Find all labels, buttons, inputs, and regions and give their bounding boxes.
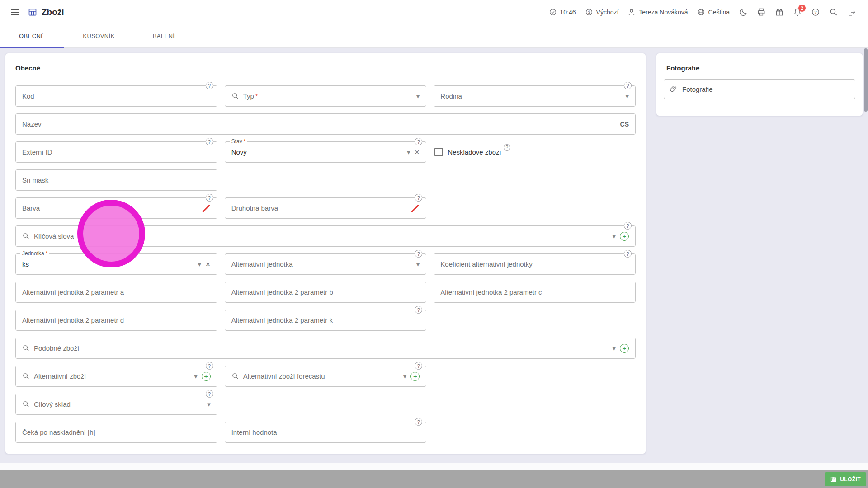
kod-field[interactable]: Kód bbox=[15, 85, 217, 107]
field-label: Alternativní jednotka 2 parametr c bbox=[440, 288, 542, 296]
alt-zbozi-select[interactable]: Alternativní zboží bbox=[15, 366, 217, 387]
field-label: Barva bbox=[22, 204, 40, 212]
search-button[interactable] bbox=[829, 8, 838, 17]
tab-baleni[interactable]: BALENÍ bbox=[134, 24, 194, 47]
search-icon bbox=[829, 8, 838, 17]
chevron-down-icon[interactable] bbox=[407, 148, 410, 156]
alt2a-field[interactable]: Alternativní jednotka 2 parametr a bbox=[15, 282, 217, 303]
field-value: Nový bbox=[231, 148, 247, 156]
neskladove-checkbox[interactable] bbox=[434, 148, 443, 156]
alt-zbozi-forecastu-select[interactable]: Alternativní zboží forecastu bbox=[225, 366, 427, 387]
vertical-scrollbar[interactable] bbox=[864, 48, 868, 112]
logout-button[interactable] bbox=[847, 8, 856, 17]
page-title-text: Zboží bbox=[42, 7, 64, 17]
chevron-down-icon[interactable] bbox=[207, 400, 211, 408]
notifications-button[interactable]: 2 bbox=[793, 8, 802, 17]
externi-id-field[interactable]: Externí ID bbox=[15, 141, 217, 163]
logout-icon bbox=[847, 8, 856, 17]
photo-upload-field[interactable]: Fotografie bbox=[664, 79, 855, 99]
help-icon[interactable] bbox=[415, 138, 422, 145]
chevron-down-icon[interactable] bbox=[198, 260, 201, 268]
alt2k-field[interactable]: Alternativní jednotka 2 parametr k bbox=[225, 310, 427, 331]
cilovy-sklad-select[interactable]: Cílový sklad bbox=[15, 394, 217, 415]
ceka-po-naskladneni-field[interactable]: Čeká po naskladnění [h] bbox=[15, 422, 217, 443]
sn-mask-field[interactable]: Sn mask bbox=[15, 169, 217, 191]
help-icon[interactable] bbox=[504, 144, 510, 151]
currency-icon: $ bbox=[585, 8, 593, 16]
field-label: Cílový sklad bbox=[34, 400, 71, 408]
svg-text:$: $ bbox=[588, 10, 590, 14]
table-icon bbox=[28, 8, 37, 17]
add-icon[interactable] bbox=[202, 372, 211, 381]
field-label: Rodina bbox=[440, 92, 462, 100]
bottom-strip bbox=[0, 463, 868, 470]
footer-bar: ULOŽIT bbox=[0, 470, 868, 488]
clear-icon[interactable] bbox=[415, 148, 420, 156]
tab-label: BALENÍ bbox=[153, 33, 175, 39]
user-name: Tereza Nováková bbox=[639, 9, 688, 16]
chevron-down-icon[interactable] bbox=[194, 372, 198, 380]
chevron-down-icon[interactable] bbox=[612, 232, 616, 240]
alt2d-field[interactable]: Alternativní jednotka 2 parametr d bbox=[15, 310, 217, 331]
pricing-profile[interactable]: $ Výchozí bbox=[585, 8, 619, 16]
language-menu[interactable]: Čeština bbox=[697, 8, 730, 16]
color-clear-icon[interactable] bbox=[410, 204, 420, 213]
rodina-select[interactable]: Rodina bbox=[434, 85, 636, 107]
help-icon[interactable] bbox=[415, 306, 422, 314]
save-button[interactable]: ULOŽIT bbox=[825, 472, 866, 486]
help-icon[interactable] bbox=[624, 82, 632, 89]
nazev-field[interactable]: Název CS bbox=[15, 113, 636, 135]
search-icon bbox=[22, 232, 30, 240]
tab-obecne[interactable]: OBECNÉ bbox=[0, 24, 64, 47]
help-icon[interactable] bbox=[415, 362, 422, 370]
alt-jednotka-select[interactable]: Alternativní jednotka bbox=[225, 253, 427, 275]
typ-select[interactable]: Typ bbox=[225, 85, 427, 107]
page-title: Zboží bbox=[28, 7, 64, 17]
chevron-down-icon[interactable] bbox=[625, 92, 629, 100]
alt2c-field[interactable]: Alternativní jednotka 2 parametr c bbox=[434, 282, 636, 303]
sync-status[interactable]: 10:46 bbox=[549, 8, 576, 16]
add-icon[interactable] bbox=[410, 372, 420, 381]
help-icon[interactable] bbox=[415, 418, 422, 426]
help-icon[interactable] bbox=[206, 362, 213, 370]
help-icon[interactable] bbox=[206, 194, 213, 202]
klicova-slova-select[interactable]: Klíčová slova bbox=[15, 225, 636, 247]
help-button[interactable]: ? bbox=[811, 8, 820, 17]
add-icon[interactable] bbox=[620, 232, 629, 241]
help-icon[interactable] bbox=[206, 390, 213, 398]
print-button[interactable] bbox=[757, 8, 766, 17]
globe-icon bbox=[697, 8, 705, 16]
chevron-down-icon[interactable] bbox=[416, 92, 420, 100]
help-icon[interactable] bbox=[206, 138, 213, 145]
gift-icon bbox=[775, 8, 784, 17]
tab-kusovnik[interactable]: KUSOVNÍK bbox=[64, 24, 133, 47]
podobne-zbozi-select[interactable]: Podobné zboží bbox=[15, 338, 636, 359]
help-icon[interactable] bbox=[624, 250, 632, 258]
add-icon[interactable] bbox=[620, 344, 629, 353]
koeficient-field[interactable]: Koeficient alternativní jednotky bbox=[434, 253, 636, 275]
help-icon[interactable] bbox=[415, 250, 422, 258]
field-label: Alternativní jednotka bbox=[231, 260, 293, 268]
barva-field[interactable]: Barva bbox=[15, 197, 217, 219]
menu-icon[interactable] bbox=[11, 7, 19, 17]
chevron-down-icon[interactable] bbox=[416, 260, 420, 268]
rewards-button[interactable] bbox=[775, 8, 784, 17]
help-icon[interactable] bbox=[206, 82, 213, 89]
stav-select[interactable]: Stav Nový bbox=[225, 141, 427, 163]
clear-icon[interactable] bbox=[205, 260, 211, 268]
chevron-down-icon[interactable] bbox=[403, 372, 407, 380]
field-label: Druhotná barva bbox=[231, 204, 278, 212]
interni-hodnota-field[interactable]: Interní hodnota bbox=[225, 422, 427, 443]
dark-mode-button[interactable] bbox=[739, 8, 748, 17]
help-icon[interactable] bbox=[415, 194, 422, 202]
moon-icon bbox=[739, 8, 748, 17]
language-suffix[interactable]: CS bbox=[620, 121, 629, 128]
help-icon[interactable] bbox=[624, 222, 632, 230]
user-menu[interactable]: Tereza Nováková bbox=[627, 8, 688, 16]
alt2b-field[interactable]: Alternativní jednotka 2 parametr b bbox=[225, 282, 427, 303]
color-clear-icon[interactable] bbox=[202, 204, 211, 213]
search-icon bbox=[231, 372, 239, 380]
druhotna-barva-field[interactable]: Druhotná barva bbox=[225, 197, 427, 219]
chevron-down-icon[interactable] bbox=[612, 344, 616, 352]
jednotka-select[interactable]: Jednotka ks bbox=[15, 253, 217, 275]
